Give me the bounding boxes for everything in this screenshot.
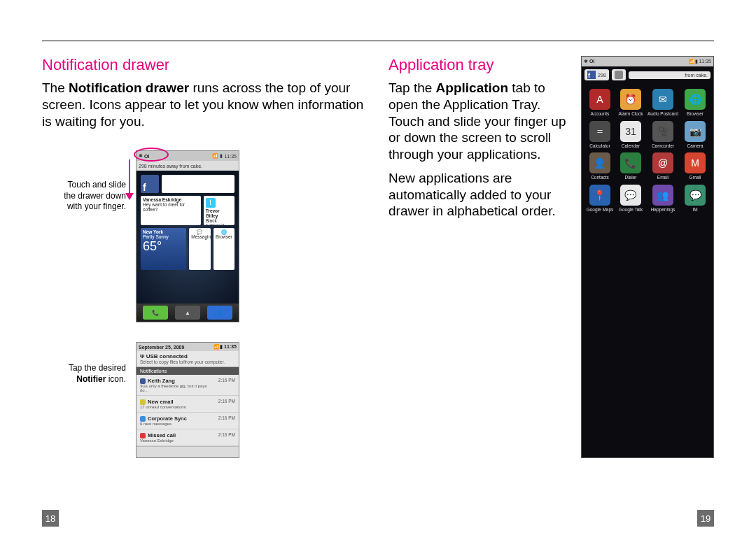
app-label: Camcorder: [652, 144, 674, 149]
app-email: @Email: [648, 152, 678, 180]
status-bar: ✱ OI 📶▮ 11:35: [582, 57, 713, 66]
caption-line: Tap the desired: [69, 363, 126, 373]
msg-body: Hey want to meet for coffee?: [143, 202, 185, 212]
app-label: Email: [657, 176, 668, 180]
app-label: IM: [692, 208, 697, 213]
app-accounts: AAccounts: [586, 89, 614, 117]
caption-line: icon.: [106, 374, 126, 384]
top-rule: [42, 41, 714, 41]
avatar-chip: [612, 69, 626, 80]
app-label: Contacts: [591, 176, 609, 180]
app-happenings: 👥Happenings: [648, 185, 678, 213]
app-camera: 📷Camera: [681, 121, 709, 149]
notifications-header: Notifications: [136, 367, 239, 375]
status-text-chip: from cake.: [629, 71, 710, 79]
shortcut-label: Messaging: [191, 234, 210, 239]
figure-row-2: Tap the desired Notifier icon. September…: [42, 342, 368, 458]
app-icon: @: [652, 152, 673, 173]
facebook-icon: f: [141, 175, 159, 193]
tw-name: Trevor Gilley: [206, 208, 220, 218]
notification-row: Corporate Sync6 new messages2:16 PM: [136, 413, 239, 429]
caption-line: with your finger.: [67, 201, 126, 211]
chip-count: 298: [598, 73, 606, 78]
page-number-right: 19: [697, 510, 714, 527]
figure2-caption: Tap the desired Notifier icon.: [42, 342, 126, 385]
shortcut-label: Browser: [216, 234, 232, 239]
dialer-button-icon: 📞: [143, 306, 168, 320]
battery-icon: ▮: [220, 153, 223, 159]
app-dialer: 📞Dialer: [617, 152, 645, 180]
app-icon: 31: [620, 121, 641, 142]
shortcut-browser: 🌐Browser: [214, 228, 234, 270]
app-icon: 💬: [620, 185, 641, 206]
text: Tap the: [388, 80, 436, 95]
usb-subtitle: Select to copy files to/from your comput…: [140, 359, 235, 364]
app-label: Calculator: [589, 144, 610, 149]
app-label: Alarm Clock: [618, 112, 643, 117]
app-icon: 💬: [685, 185, 706, 206]
weather-temp: 65°: [143, 240, 184, 253]
app-label: Browser: [687, 112, 704, 117]
signal-icon: 📶▮: [689, 59, 699, 64]
notifier-icon: [140, 399, 146, 405]
app-icon: 👤: [589, 152, 610, 173]
app-google-maps: 📍Google Maps: [586, 185, 614, 213]
section-heading-app-tray: Application tray: [388, 56, 568, 74]
app-icon: M: [685, 152, 706, 173]
caption-bold: Notifier: [76, 374, 106, 384]
app-label: Camera: [687, 144, 703, 149]
message-widget: Vanessa Eskridge Hey want to meet for co…: [141, 196, 201, 225]
usb-notice: Ψ USB connected Select to copy files to/…: [136, 351, 239, 367]
figure-row-1: Touch and slide the drawer down with you…: [42, 150, 368, 322]
app-icon: ＝: [589, 121, 610, 142]
caption-line: Touch and slide: [68, 180, 126, 190]
app-label: Google Talk: [619, 208, 643, 213]
status-widget: [162, 175, 234, 193]
app-label: Accounts: [591, 112, 610, 117]
phone-screenshot-home: ✱OI 📶▮11:35 298 minutes away from cake. …: [136, 150, 239, 322]
app-icon: 📍: [589, 185, 610, 206]
app-icon: 📷: [685, 121, 706, 142]
app-icon: 📞: [620, 152, 641, 173]
app-icon: A: [589, 89, 610, 110]
app-calendar: 31Calendar: [617, 121, 645, 149]
app-label: Google Maps: [587, 208, 614, 213]
weather-widget: New York Partly Sunny 65°: [141, 228, 186, 270]
app-grid: AAccounts⏰Alarm Clock✉Audio Postcard🌐Bro…: [582, 83, 713, 222]
signal-icon: 📶: [212, 153, 218, 159]
bottom-bar: 📞 ▲ 👤: [136, 304, 239, 322]
app-tray-paragraph-1: Tap the Application tab to open the Appl…: [388, 80, 568, 163]
facebook-icon: f: [587, 71, 596, 79]
right-column: Application tray Tap the Application tab…: [388, 56, 714, 458]
facebook-chip: f298: [584, 69, 609, 80]
manual-spread: Notification drawer The Notification dra…: [0, 0, 756, 542]
clock: 11:35: [224, 154, 237, 159]
page-number-left: 18: [42, 510, 59, 527]
text: The: [42, 80, 69, 95]
two-columns: Notification drawer The Notification dra…: [42, 56, 714, 458]
signal-icon: 📶▮: [214, 344, 224, 349]
app-icon: ✉: [652, 89, 673, 110]
notifier-icon: [140, 433, 146, 438]
app-icon: 🌐: [685, 89, 706, 110]
app-contacts: 👤Contacts: [586, 152, 614, 180]
ticker-text: 298 minutes away from cake.: [139, 164, 202, 169]
right-text: Application tray Tap the Application tab…: [388, 56, 568, 458]
drawer-handle: [136, 446, 239, 457]
twitter-icon: t: [206, 198, 216, 208]
app-label: Happenings: [651, 208, 676, 213]
operator-label: OI: [144, 154, 149, 159]
app-tray-button-icon: ▲: [175, 306, 200, 320]
tw-body: Black turtleneck and a beret, he thought…: [206, 218, 232, 225]
chip-text: from cake.: [685, 73, 708, 78]
app-label: Dialer: [624, 176, 636, 180]
bold-term: Notification drawer: [69, 80, 189, 95]
app-label: Audio Postcard: [648, 112, 678, 117]
notification-row: Keith Zang3Gs only a freelance gig, but …: [136, 375, 239, 396]
date-label: September 25, 2009: [139, 345, 184, 350]
clock: 11:35: [224, 344, 237, 349]
callout-arrow-line: [129, 159, 130, 196]
phone-screenshot-drawer: September 25, 2009 📶▮ 11:35 Ψ USB connec…: [136, 342, 239, 458]
left-column: Notification drawer The Notification dra…: [42, 56, 368, 458]
usb-icon: Ψ: [140, 353, 146, 359]
